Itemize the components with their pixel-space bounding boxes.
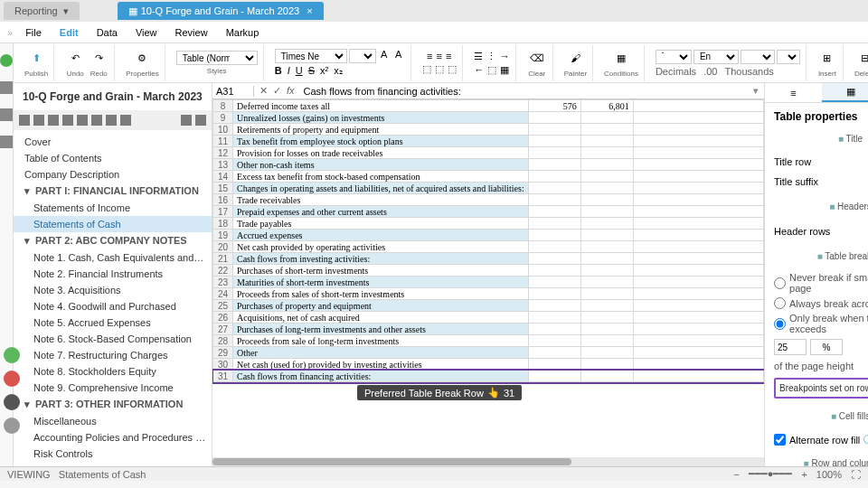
- outline-n7[interactable]: Note 7. Restructuring Charges: [14, 347, 212, 363]
- menu-review[interactable]: Review: [175, 27, 208, 38]
- acc-select[interactable]: A...: [777, 50, 800, 64]
- style-select[interactable]: Table (Normal): [176, 51, 258, 65]
- cell-ref[interactable]: A31: [212, 86, 254, 97]
- ot-icon-8[interactable]: [120, 115, 131, 126]
- table-row[interactable]: 12Provision for losses on trade receivab…: [213, 147, 764, 159]
- cell-blank[interactable]: [633, 288, 763, 300]
- table-row[interactable]: 15Changes in operating assets and liabil…: [213, 183, 764, 194]
- menu-view[interactable]: View: [136, 27, 157, 38]
- cell-a[interactable]: 576: [528, 100, 580, 112]
- cell-b[interactable]: [580, 112, 633, 124]
- font-color-icon[interactable]: A: [378, 49, 391, 63]
- cell-b[interactable]: [580, 371, 633, 382]
- outline-n4[interactable]: Note 4. Goodwill and Purchased: [14, 298, 212, 314]
- cell-desc[interactable]: Unrealized losses (gains) on investments: [233, 112, 529, 124]
- table-row[interactable]: 8Deferred income taxes all5766,801: [213, 100, 764, 112]
- cell-blank[interactable]: [633, 241, 763, 253]
- cat-select[interactable]: Text: [656, 50, 692, 64]
- nav-icon[interactable]: [0, 81, 13, 94]
- break-pct-input[interactable]: [774, 339, 807, 355]
- bold-button[interactable]: B: [275, 65, 282, 77]
- outline-cover[interactable]: Cover: [14, 134, 212, 150]
- outline-misc[interactable]: Miscellaneous: [14, 413, 212, 429]
- cell-blank[interactable]: [633, 206, 763, 218]
- list-icon[interactable]: ☰: [474, 51, 483, 62]
- cell-blank[interactable]: [633, 347, 763, 359]
- cell-a[interactable]: [528, 335, 580, 347]
- cell-a[interactable]: [528, 218, 580, 230]
- cell-blank[interactable]: [633, 159, 763, 171]
- undo-button[interactable]: ↶: [65, 48, 85, 68]
- cell-desc[interactable]: Other non-cash items: [233, 159, 529, 171]
- outline-stmt-income[interactable]: Statements of Income: [14, 200, 212, 216]
- cell-desc[interactable]: Retirements of property and equipment: [233, 124, 529, 136]
- cell-blank[interactable]: [633, 335, 763, 347]
- cell-a[interactable]: [528, 206, 580, 218]
- table-row[interactable]: 10Retirements of property and equipment: [213, 124, 764, 136]
- cell-b[interactable]: [580, 288, 633, 300]
- valign-top-icon[interactable]: ⬚: [422, 63, 431, 75]
- outline-n5[interactable]: Note 5. Accrued Expenses: [14, 314, 212, 331]
- outline-n3[interactable]: Note 3. Acquisitions: [14, 282, 212, 298]
- row-header[interactable]: 26: [213, 312, 233, 324]
- zoom-level[interactable]: 100%: [816, 469, 842, 480]
- super-button[interactable]: x²: [320, 65, 328, 77]
- row-header[interactable]: 17: [213, 206, 233, 218]
- ot-icon-2[interactable]: [33, 115, 44, 126]
- fx-accept-icon[interactable]: ✓: [273, 85, 281, 97]
- cell-a[interactable]: [528, 277, 580, 288]
- cell-blank[interactable]: [633, 124, 763, 136]
- cell-b[interactable]: [580, 147, 633, 159]
- redo-button[interactable]: ↷: [89, 48, 108, 68]
- cell-blank[interactable]: [633, 324, 763, 335]
- table-row[interactable]: 23Maturities of short-term investments: [213, 277, 764, 288]
- outline-part1[interactable]: ▾PART I: FINANCIAL INFORMATION: [14, 183, 212, 200]
- fx-expand-icon[interactable]: ▾: [748, 85, 764, 97]
- cell-a[interactable]: [528, 359, 580, 371]
- cell-desc[interactable]: Cash flows from financing activities:: [233, 371, 529, 382]
- row-header[interactable]: 9: [213, 112, 233, 124]
- ot-icon-4[interactable]: [62, 115, 73, 126]
- table-row[interactable]: 14Excess tax benefit from stock-based co…: [213, 171, 764, 183]
- cell-b[interactable]: [580, 347, 633, 359]
- table-row[interactable]: 27Purchases of long-term investments and…: [213, 324, 764, 335]
- row-header[interactable]: 28: [213, 335, 233, 347]
- pct-unit[interactable]: %: [810, 339, 843, 355]
- formula-bar[interactable]: Cash flows from financing activities:: [300, 86, 748, 97]
- font-select[interactable]: Times New Roman: [275, 49, 347, 63]
- h-scrollbar[interactable]: [212, 457, 764, 466]
- app-tab-reporting[interactable]: Reporting▾: [4, 2, 80, 20]
- cell-desc[interactable]: Excess tax benefit from stock-based comp…: [233, 171, 529, 183]
- cell-desc[interactable]: Cash flows from investing activities:: [233, 253, 529, 265]
- table-row[interactable]: 25Purchases of property and equipment: [213, 300, 764, 312]
- cell-blank[interactable]: [633, 265, 763, 277]
- table-row[interactable]: 31Cash flows from financing activities:: [213, 371, 764, 382]
- table-row[interactable]: 22Purchases of short-term investments: [213, 265, 764, 277]
- ot-icon-5[interactable]: [77, 115, 88, 126]
- row-header[interactable]: 10: [213, 124, 233, 136]
- row-header[interactable]: 29: [213, 347, 233, 359]
- cell-blank[interactable]: [633, 230, 763, 241]
- fullscreen-icon[interactable]: ⛶: [851, 469, 861, 480]
- outline-n9[interactable]: Note 9. Comprehensive Income: [14, 380, 212, 396]
- numlist-icon[interactable]: ⋮: [486, 51, 496, 62]
- italic-button[interactable]: I: [288, 65, 290, 77]
- mag-select[interactable]: Ones: [741, 50, 775, 64]
- rp-tab-text[interactable]: ≡: [765, 83, 822, 102]
- cell-blank[interactable]: [633, 371, 763, 382]
- outline-toc[interactable]: Table of Contents: [14, 150, 212, 166]
- cell-blank[interactable]: [633, 183, 763, 194]
- cell-a[interactable]: [528, 253, 580, 265]
- cell-b[interactable]: [580, 241, 633, 253]
- cell-desc[interactable]: Net cash (used for) provided by investin…: [233, 359, 529, 371]
- painter-button[interactable]: 🖌: [565, 48, 585, 68]
- rp-tab-table[interactable]: ▦: [822, 83, 868, 102]
- cell-desc[interactable]: Deferred income taxes all: [233, 100, 529, 112]
- table-row[interactable]: 13Other non-cash items: [213, 159, 764, 171]
- align-center-icon[interactable]: ≡: [437, 51, 442, 61]
- properties-button[interactable]: ⚙: [132, 48, 152, 68]
- table-row[interactable]: 18Trade payables: [213, 218, 764, 230]
- menu-data[interactable]: Data: [97, 27, 118, 38]
- cell-a[interactable]: [528, 194, 580, 206]
- cell-blank[interactable]: [633, 218, 763, 230]
